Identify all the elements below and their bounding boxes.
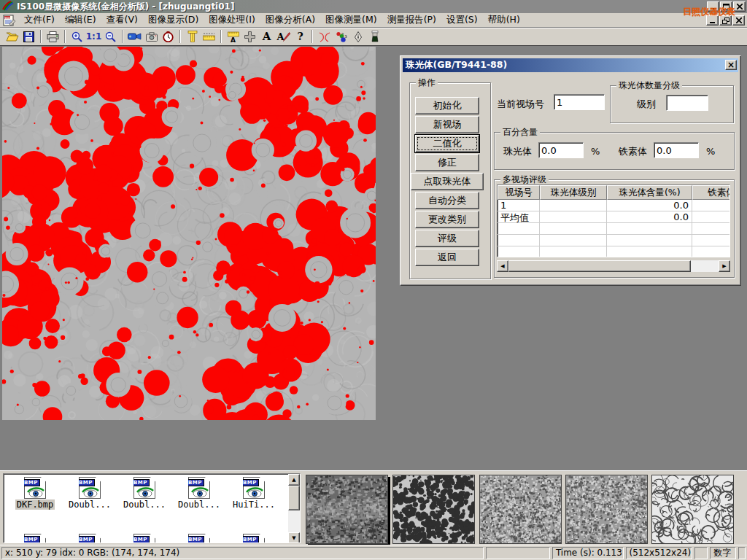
percent-sign: % [591,146,600,157]
rating-table[interactable]: 视场号 珠光体级别 珠光体含量(%) 铁素体 1 0.0 平均值 0.0 [497,184,730,257]
metallographic-image[interactable] [2,47,376,420]
rate-button[interactable]: 评级 [415,230,479,247]
curve-tool-icon[interactable] [316,29,333,44]
current-field-label: 当前视场号 [497,98,544,111]
operation-group-label: 操作 [416,77,438,88]
cell [692,200,730,211]
watermark-text: 日照仪器仪表 [683,6,735,18]
col-ferrite: 铁素体 [692,185,730,200]
file-list[interactable]: BMP DKF.bmp BMP Doubl... BMP Doubl... [3,473,301,543]
count-marks-icon[interactable]: 23 [333,29,349,44]
zoom-in-icon[interactable] [69,29,85,44]
return-button[interactable]: 返回 [415,249,479,266]
menu-bar: DOC 文件(F) 编辑(E) 查看(V) 图像显示(D) 图像处理(I) 图像… [0,13,747,28]
status-bar: x: 510 y: 79 idx: 0 RGB: (174, 174, 174)… [0,545,747,560]
file-item[interactable]: BMP [9,534,61,543]
timer-icon[interactable] [160,29,177,44]
video-camera-icon[interactable] [126,29,143,44]
ferrite-percent-input[interactable] [654,142,699,158]
image-thumbnail[interactable] [565,475,648,544]
bmp-tag: BMP [241,479,259,486]
file-item[interactable]: BMP [228,534,279,543]
dialog-close-icon[interactable]: × [725,60,737,70]
scroll-left-icon[interactable]: ◀ [497,260,508,272]
binarize-button[interactable]: 二值化 [415,135,479,152]
scroll-up-icon[interactable]: ▲ [288,474,300,486]
pen-icon[interactable] [349,29,366,44]
initialize-button[interactable]: 初始化 [415,97,479,114]
table-row[interactable]: 平均值 0.0 [498,211,730,223]
scroll-right-icon[interactable]: ▶ [719,260,730,272]
new-field-button[interactable]: 新视场 [415,116,479,133]
file-item[interactable]: BMP [64,534,115,543]
open-icon[interactable] [4,29,20,44]
toolbar-separator [64,30,66,43]
current-field-input[interactable] [554,94,605,110]
menu-view[interactable]: 查看(V) [101,12,143,28]
pan-icon[interactable] [241,29,258,44]
save-icon[interactable] [20,29,37,44]
table-header-row: 视场号 珠光体级别 珠光体含量(%) 铁素体 [498,185,730,200]
scrollbar-thumb[interactable] [288,486,300,510]
file-item[interactable]: BMP [119,534,170,543]
scrollbar-thumb[interactable] [508,260,691,272]
status-mode: 数字 [710,547,736,559]
file-item[interactable]: BMP [174,534,225,543]
percent-group: 百分含量 珠光体 % 铁素体 % [494,132,735,170]
col-field-number: 视场号 [498,185,540,200]
change-class-button[interactable]: 更改类别 [415,211,479,228]
svg-text:A: A [231,36,236,42]
zoom-out-icon[interactable] [102,29,119,44]
file-name[interactable]: HuiTi... [231,499,276,510]
file-name[interactable]: Doubl... [67,499,112,510]
file-name[interactable]: Doubl... [177,499,222,510]
measure-text-icon[interactable]: A [225,29,241,44]
multi-field-group-label: 多视场评级 [500,174,549,184]
auto-classify-button[interactable]: 自动分类 [415,192,479,209]
help-icon[interactable]: ? [292,29,309,44]
toolbar-separator [311,30,313,43]
cell [540,211,607,223]
menu-image-display[interactable]: 图像显示(D) [143,12,204,28]
menu-file[interactable]: 文件(F) [19,12,60,28]
image-thumbnail[interactable] [479,475,562,544]
ruler-icon[interactable] [201,29,217,44]
bmp-file-icon: BMP [24,477,46,499]
file-item[interactable]: BMP HuiTi... [228,477,279,510]
file-item[interactable]: BMP DKF.bmp [9,477,61,510]
table-row[interactable]: 1 0.0 [498,200,730,211]
print-icon[interactable] [44,29,61,44]
image-thumbnail[interactable] [392,475,475,544]
pearlite-dialog: 珠光体(GB/T9441-88) × 操作 初始化 新视场 二值化 修正 点取珠… [400,55,741,286]
actual-size-icon[interactable]: 1:1 [85,29,102,44]
dialog-title-bar[interactable]: 珠光体(GB/T9441-88) × [403,58,738,72]
menu-image-analysis[interactable]: 图像分析(A) [260,12,320,28]
status-empty [738,547,746,559]
scroll-down-icon[interactable]: ▼ [288,532,300,543]
grade-input[interactable] [666,95,708,111]
capture-icon[interactable] [143,29,160,44]
file-item[interactable]: BMP Doubl... [174,477,225,510]
file-item[interactable]: BMP Doubl... [64,477,115,510]
file-name[interactable]: Doubl... [122,499,167,510]
brush-icon[interactable] [366,29,383,44]
menu-image-process[interactable]: 图像处理(I) [204,12,260,28]
correct-button[interactable]: 修正 [415,154,479,171]
pick-pearlite-button[interactable]: 点取珠光体 [411,173,484,190]
menu-image-measure[interactable]: 图像测量(M) [320,12,382,28]
image-thumbnail[interactable] [651,475,734,544]
pearlite-percent-input[interactable] [538,142,584,158]
text-icon[interactable]: A [258,29,275,44]
caliper-icon[interactable] [184,29,201,44]
menu-edit[interactable]: 编辑(E) [60,12,101,28]
status-image-size: (512x512x24) [626,547,693,559]
file-item[interactable]: BMP Doubl... [119,477,170,510]
file-name[interactable]: DKF.bmp [15,499,55,510]
menu-settings[interactable]: 设置(S) [441,12,483,28]
menu-measure-report[interactable]: 测量报告(P) [382,12,441,28]
file-list-scrollbar[interactable]: ▲ ▼ [288,474,300,543]
menu-help[interactable]: 帮助(H) [483,12,525,28]
table-horizontal-scrollbar[interactable]: ◀ ▶ [497,260,730,272]
image-thumbnail[interactable] [306,475,388,544]
annotate-icon[interactable]: A [275,29,292,44]
